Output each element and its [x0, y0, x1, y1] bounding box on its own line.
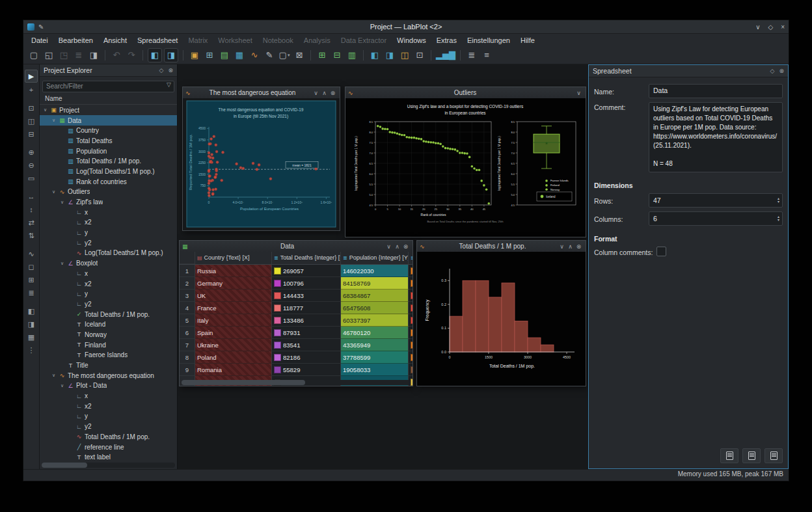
tree-item-total-deaths-1m-pop[interactable]: ✓Total Deaths / 1M pop.	[40, 309, 177, 319]
insert-row-above-button[interactable]: ⊞	[316, 49, 329, 62]
tree-item-x[interactable]: ∟x	[40, 269, 177, 279]
table-hscrollbar[interactable]	[182, 380, 411, 385]
mdi-minimize-icon[interactable]: ∨	[312, 90, 320, 96]
plot-data-button[interactable]: ▂▅▇	[436, 49, 455, 62]
zoom-in-icon[interactable]: ⊕	[25, 146, 37, 158]
row-number[interactable]: 1	[180, 265, 195, 277]
cell-population[interactable]: 43365949	[341, 339, 409, 351]
new-notebook-button[interactable]: ✎	[263, 49, 276, 62]
cell-country[interactable]: Germany	[195, 277, 272, 290]
table-row[interactable]: 2Germany10079684158769	[180, 277, 413, 290]
tree-item-data[interactable]: ∨▦Data	[40, 115, 177, 126]
zoom-y-select-mode-icon[interactable]: ⊟	[25, 128, 37, 140]
zoom-out-icon[interactable]: ⊖	[25, 159, 37, 171]
cell-extra[interactable]	[409, 339, 413, 351]
cell-extra[interactable]	[409, 290, 413, 302]
menu-spreadsheet[interactable]: Spreadsheet	[132, 35, 183, 46]
tree-item-the-most-dangerous-equation[interactable]: ∨∿The most dangerous equation	[40, 370, 177, 381]
minimize-icon[interactable]: ∨	[755, 23, 760, 31]
row-number[interactable]: 3	[180, 290, 195, 302]
zoom-select-mode-icon[interactable]: ⊡	[25, 102, 37, 114]
toggle-properties-dock-button[interactable]: ◨	[164, 48, 178, 62]
expander-icon[interactable]: ∨	[59, 383, 65, 388]
add-text-label-icon[interactable]: ◻	[25, 261, 37, 273]
import-button[interactable]: ⊠	[293, 49, 306, 62]
tree-item-x2[interactable]: ∟x2	[40, 278, 177, 289]
menu-einstellungen[interactable]: Einstellungen	[462, 35, 515, 46]
add-curve-icon[interactable]: ∿	[25, 248, 37, 260]
tree-item-boxplot[interactable]: ∨∠Boxplot	[40, 258, 177, 269]
template-load-button[interactable]	[720, 448, 738, 463]
window-most-dangerous-equation[interactable]: ∿ The most dangerous equation ∨ ∧ ⊗ The …	[182, 87, 340, 231]
tree-item-outliers[interactable]: ∨∿Outliers	[40, 187, 177, 197]
cell-total-deaths[interactable]: 144433	[272, 290, 341, 302]
pin-icon[interactable]: ✎	[38, 23, 44, 31]
tree-item-y[interactable]: ∟y	[40, 228, 177, 238]
expander-icon[interactable]: ∨	[51, 373, 57, 378]
mdi-titlebar[interactable]: ∿ The most dangerous equation ∨ ∧ ⊗	[183, 87, 340, 99]
window-histogram[interactable]: ∿ Total Deaths / 1 M pop. ∨ ∧ ⊗ 0.00.10.…	[416, 240, 586, 386]
break-layout-icon[interactable]: ⋮	[25, 344, 37, 356]
add-image-icon[interactable]: ⊞	[25, 274, 37, 286]
mdi-minimize-icon[interactable]: ∨	[385, 243, 393, 250]
tree-item-rank-of-countries[interactable]: ▥Rank of countries	[40, 176, 177, 187]
cursor-mode-icon[interactable]: ▶	[25, 70, 38, 83]
tree-item-y2[interactable]: ∟y2	[40, 422, 177, 432]
name-input[interactable]: Data	[649, 84, 783, 98]
new-worksheet-button[interactable]: ∿	[248, 49, 261, 62]
explorer-hscrollbar[interactable]	[42, 463, 175, 468]
scrollbar-thumb[interactable]	[182, 380, 305, 385]
new-project-button[interactable]: ▢	[27, 49, 40, 62]
filter-icon[interactable]: ▽	[167, 81, 171, 88]
cell-extra[interactable]	[409, 314, 413, 327]
tree-item-zipf-s-law[interactable]: ∨∠Zipf's law	[40, 197, 177, 208]
cell-country[interactable]: UK	[195, 290, 272, 302]
cell-country[interactable]: Spain	[195, 327, 272, 339]
sort-ascending-button[interactable]: ≣	[465, 49, 478, 62]
zoom-fit-icon[interactable]: ▭	[25, 172, 37, 184]
maximize-icon[interactable]: ◇	[768, 23, 773, 31]
mdi-close-icon[interactable]: ⊗	[401, 243, 410, 250]
cell-population[interactable]: 65475608	[341, 302, 409, 314]
cell-country[interactable]: Romania	[195, 364, 272, 376]
table-row[interactable]: 1Russia269057146022030	[180, 265, 413, 277]
horizontal-layout-icon[interactable]: ◨	[25, 318, 37, 330]
dock-header[interactable]: Spreadsheet ◇ ⊗	[589, 65, 788, 77]
insert-column-right-button[interactable]: ◨	[383, 49, 396, 62]
scrollbar-thumb[interactable]	[42, 463, 87, 468]
cell-total-deaths[interactable]: 133486	[272, 314, 341, 327]
expander-icon[interactable]: ∨	[59, 200, 65, 205]
tree-item-x2[interactable]: ∟x2	[40, 401, 177, 411]
mdi-minimize-icon[interactable]: ∨	[575, 90, 583, 96]
table-row[interactable]: 5Italy13348660337397	[180, 314, 413, 327]
shift-y-icon[interactable]: ↕	[25, 204, 37, 215]
row-number[interactable]: 9	[180, 364, 195, 376]
tree-item-project[interactable]: ∨▣Project	[40, 105, 177, 116]
column-header-country-text-x[interactable]: ▤Country {Text} [X]	[195, 252, 272, 264]
columns-spinbox[interactable]: 6 ▴▾	[649, 211, 783, 226]
mdi-titlebar[interactable]: ∿ Total Deaths / 1 M pop. ∨ ∧ ⊗	[417, 241, 586, 252]
row-number[interactable]: 5	[180, 314, 195, 327]
remove-column-button[interactable]: ◫	[398, 49, 411, 62]
cell-country[interactable]: Poland	[195, 351, 272, 364]
cell-total-deaths[interactable]: 100796	[272, 277, 341, 290]
tree-column-header[interactable]: Name	[40, 94, 177, 105]
comment-input[interactable]: Using Zipf's Law for detecting European …	[649, 102, 783, 172]
open-project-button[interactable]: ◱	[42, 49, 55, 62]
remove-row-button[interactable]: ▥	[345, 49, 359, 62]
new-spreadsheet-button[interactable]: ▤	[218, 49, 231, 62]
dock-float-icon[interactable]: ◇	[770, 68, 775, 74]
table-row[interactable]: 9Romania5582919058033	[180, 364, 413, 376]
dock-close-icon[interactable]: ⊗	[779, 68, 784, 74]
menu-extras[interactable]: Extras	[431, 35, 462, 46]
vertical-layout-icon[interactable]: ◧	[25, 305, 37, 317]
cell-extra[interactable]	[409, 364, 413, 376]
tree-item-faeroe-islands[interactable]: TFaeroe Islands	[40, 350, 177, 360]
tree-item-y2[interactable]: ∟y2	[40, 299, 177, 310]
window-outliers[interactable]: ∿ Outliers ∨ Using Zipf's law and a boxp…	[345, 87, 586, 237]
expander-icon[interactable]: ∨	[42, 107, 48, 113]
tree-item-log-total-deaths-1-m-pop[interactable]: ∿Log(Total Deaths/1 M pop.)	[40, 248, 177, 258]
search-input[interactable]	[42, 81, 174, 92]
cell-population[interactable]: 46780120	[341, 327, 409, 339]
spin-down-icon[interactable]: ▾	[778, 200, 779, 204]
